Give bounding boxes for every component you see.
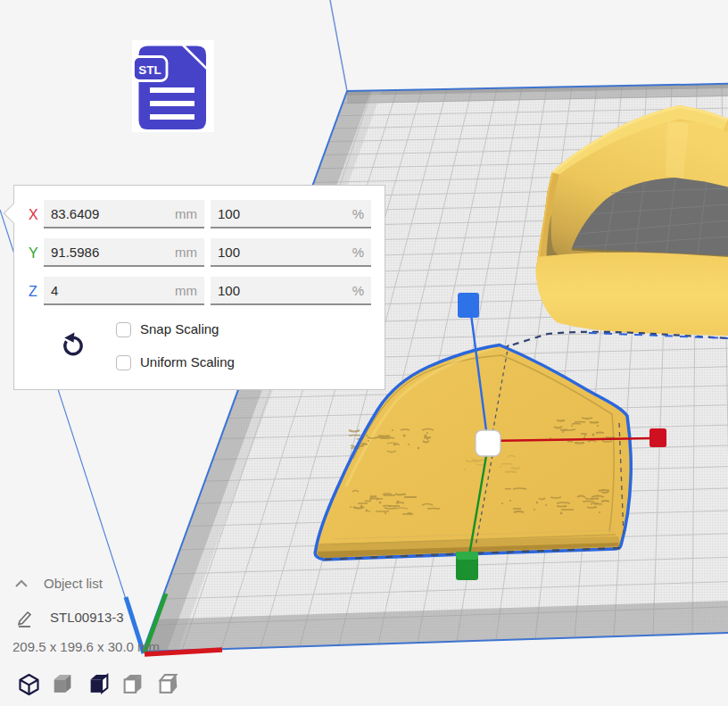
svg-text:STL: STL — [138, 63, 161, 77]
